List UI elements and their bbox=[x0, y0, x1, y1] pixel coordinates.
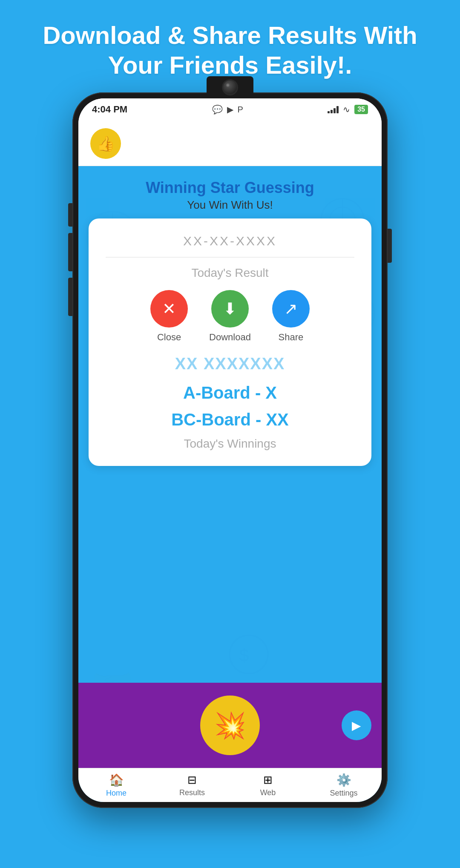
status-time: 4:04 PM bbox=[92, 104, 127, 115]
share-icon: ↗ bbox=[284, 299, 298, 318]
silent-button bbox=[68, 278, 72, 316]
promo-action-button[interactable]: ▶ bbox=[342, 710, 371, 740]
web-icon: ⊞ bbox=[263, 773, 273, 787]
result-date: XX-XX-XXXX bbox=[106, 234, 354, 258]
banner-title: Download & Share Results With Your Frien… bbox=[26, 20, 434, 80]
result-label: Today's Result bbox=[106, 266, 354, 280]
board-bc: BC-Board - XX bbox=[106, 410, 354, 429]
phone-screen: 4:04 PM 💬 ▶ Ρ ∿ 35 bbox=[78, 98, 382, 802]
status-bar: 4:04 PM 💬 ▶ Ρ ∿ 35 bbox=[78, 98, 382, 121]
app-content: 🤝 $ bbox=[78, 166, 382, 802]
nav-results-label: Results bbox=[179, 788, 205, 797]
status-right: ∿ 35 bbox=[328, 104, 368, 115]
download-icon: ⬇ bbox=[223, 299, 237, 318]
home-icon: 🏠 bbox=[109, 773, 124, 787]
close-icon: ✕ bbox=[162, 299, 176, 318]
nav-settings-label: Settings bbox=[330, 789, 357, 798]
promo-logo: 💥 bbox=[200, 696, 260, 755]
nav-web[interactable]: ⊞ Web bbox=[230, 773, 306, 797]
nav-home-label: Home bbox=[106, 789, 126, 798]
winnings-label: Today's Winnings bbox=[106, 437, 354, 451]
youtube-icon: ▶ bbox=[227, 104, 233, 115]
results-icon: ⊟ bbox=[187, 773, 197, 787]
app-header: 👍 bbox=[78, 121, 382, 166]
promo-logo-emoji: 💥 bbox=[214, 710, 246, 741]
volume-down-button bbox=[68, 233, 72, 271]
phone-wrapper: 4:04 PM 💬 ▶ Ρ ∿ 35 bbox=[64, 92, 396, 868]
battery-icon: 35 bbox=[354, 105, 368, 114]
results-card: XX-XX-XXXX Today's Result ✕ Close ⬇ bbox=[89, 218, 371, 466]
status-icons: 💬 ▶ Ρ bbox=[212, 104, 243, 115]
close-button[interactable]: ✕ bbox=[150, 290, 188, 328]
svg-point-11 bbox=[230, 635, 268, 674]
app-title: Winning Star Guessing bbox=[146, 179, 314, 197]
nav-results[interactable]: ⊟ Results bbox=[154, 773, 230, 797]
camera-bump bbox=[207, 76, 253, 98]
volume-up-button bbox=[68, 203, 72, 227]
action-buttons-row: ✕ Close ⬇ Download ↗ bbox=[106, 290, 354, 343]
result-numbers: XX XXXXXXX bbox=[106, 355, 354, 373]
app-logo: 👍 bbox=[90, 128, 121, 159]
nav-web-label: Web bbox=[260, 788, 276, 797]
wifi-icon: ∿ bbox=[343, 104, 350, 115]
share-button-wrap[interactable]: ↗ Share bbox=[272, 290, 310, 343]
settings-icon: ⚙️ bbox=[336, 773, 351, 787]
whatsapp-icon: 💬 bbox=[212, 104, 223, 115]
bottom-navigation: 🏠 Home ⊟ Results ⊞ Web ⚙️ Settings bbox=[78, 768, 382, 802]
title-section: Winning Star Guessing You Win With Us! bbox=[137, 166, 323, 218]
bottom-promo-banner: 💥 ▶ bbox=[78, 683, 382, 768]
nav-home[interactable]: 🏠 Home bbox=[78, 773, 154, 798]
share-button[interactable]: ↗ bbox=[272, 290, 310, 328]
camera-lens bbox=[222, 79, 238, 95]
close-label: Close bbox=[157, 332, 181, 343]
board-a: A-Board - X bbox=[106, 383, 354, 402]
download-label: Download bbox=[209, 332, 251, 343]
svg-text:$: $ bbox=[239, 646, 249, 664]
p-icon: Ρ bbox=[238, 105, 243, 115]
power-button bbox=[388, 229, 392, 263]
share-label: Share bbox=[279, 332, 304, 343]
nav-settings[interactable]: ⚙️ Settings bbox=[306, 773, 382, 798]
close-button-wrap[interactable]: ✕ Close bbox=[150, 290, 188, 343]
logo-emoji: 👍 bbox=[97, 135, 115, 152]
promo-arrow-icon: ▶ bbox=[352, 719, 361, 733]
download-button[interactable]: ⬇ bbox=[211, 290, 249, 328]
download-button-wrap[interactable]: ⬇ Download bbox=[209, 290, 251, 343]
signal-icon bbox=[328, 106, 339, 113]
phone-frame: 4:04 PM 💬 ▶ Ρ ∿ 35 bbox=[72, 92, 388, 808]
app-subtitle: You Win With Us! bbox=[146, 198, 314, 212]
